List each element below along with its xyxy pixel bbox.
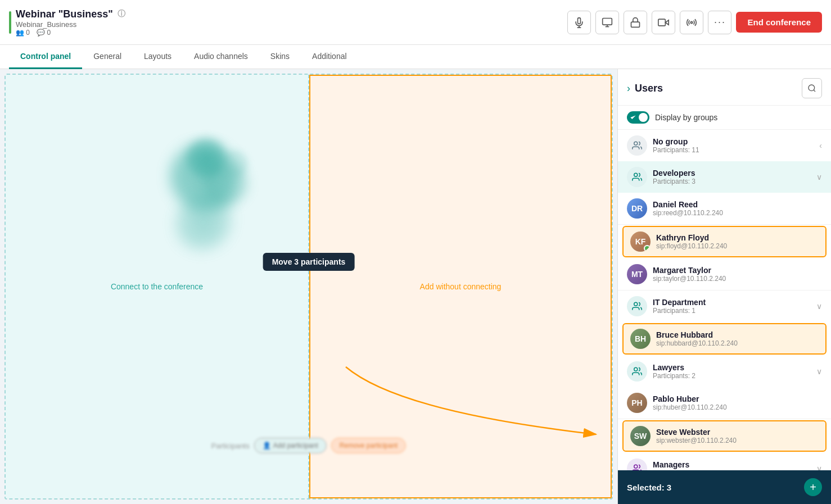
- group-lawyers[interactable]: Lawyers Participants: 2 ∨: [618, 356, 831, 387]
- no-group-chevron: ‹: [819, 141, 822, 150]
- display-by-groups-toggle[interactable]: [627, 111, 649, 124]
- search-button[interactable]: [802, 78, 822, 98]
- svg-point-16: [634, 367, 638, 371]
- avatar-steve: SW: [630, 426, 651, 446]
- participants-stat: 👥 0: [16, 29, 30, 37]
- managers-chevron: ∨: [816, 464, 822, 470]
- managers-info: Managers Participants: 1: [653, 460, 811, 470]
- user-pablo-huber[interactable]: PH Pablo Huber sip:huber@10.110.2.240: [618, 387, 831, 419]
- it-department-info: IT Department Participants: 1: [653, 298, 811, 315]
- svg-rect-3: [603, 18, 612, 25]
- managers-icon: [627, 458, 647, 470]
- header-left: Webinar "Business" ⓘ Webinar_Business 👥 …: [9, 8, 125, 37]
- header-toolbar: ··· End conference: [567, 11, 822, 34]
- tab-additional[interactable]: Additional: [301, 45, 358, 69]
- title-text: Webinar "Business": [16, 8, 113, 20]
- user-kathryn-floyd[interactable]: KF Kathryn Floyd sip:floyd@10.110.2.240: [622, 226, 827, 257]
- main-content: Connect to the conference Add without co…: [0, 69, 831, 504]
- avatar-pablo: PH: [627, 393, 647, 413]
- svg-rect-8: [658, 19, 666, 26]
- move-participants-tooltip: Move 3 participants: [263, 253, 355, 271]
- display-by-groups-label: Display by groups: [655, 113, 717, 122]
- svg-marker-7: [666, 20, 669, 24]
- messages-stat: 💬 0: [37, 29, 51, 37]
- user-info-steve: Steve Webster sip:webster@10.110.2.240: [656, 428, 819, 444]
- users-panel: › Users Display by groups: [617, 69, 831, 504]
- user-margaret-taylor[interactable]: MT Margaret Taylor sip:taylor@10.110.2.2…: [618, 258, 831, 290]
- svg-point-15: [634, 302, 638, 306]
- group-developers[interactable]: Developers Participants: 3 ∨: [618, 161, 831, 193]
- it-department-icon: [627, 296, 647, 316]
- tab-skins[interactable]: Skins: [259, 45, 301, 69]
- status-bar: [9, 11, 11, 34]
- user-info-margaret: Margaret Taylor sip:taylor@10.110.2.240: [653, 266, 822, 283]
- blurred-label: Participants: [211, 442, 250, 450]
- tab-audio-channels[interactable]: Audio channels: [183, 45, 259, 69]
- it-department-chevron: ∨: [816, 302, 822, 311]
- developers-chevron: ∨: [816, 172, 822, 181]
- group-no-group[interactable]: No group Participants: 11 ‹: [618, 130, 831, 161]
- teal-figure: [142, 138, 288, 262]
- svg-point-11: [809, 85, 815, 91]
- developers-info: Developers Participants: 3: [653, 169, 811, 185]
- avatar-bruce: BH: [630, 329, 651, 349]
- user-info-daniel: Daniel Reed sip:reed@10.110.2.240: [653, 200, 822, 217]
- info-icon[interactable]: ⓘ: [118, 9, 125, 19]
- tab-layouts[interactable]: Layouts: [133, 45, 183, 69]
- remove-participant-btn: Remove participant: [331, 438, 406, 453]
- more-button[interactable]: ···: [708, 11, 731, 34]
- panel-header: › Users: [618, 69, 831, 106]
- avatar-daniel: DR: [627, 198, 647, 219]
- no-group-icon: [627, 135, 647, 156]
- tab-control-panel[interactable]: Control panel: [9, 45, 82, 69]
- no-group-info: No group Participants: 11: [653, 137, 814, 154]
- user-info-bruce: Bruce Hubbard sip:hubbard@10.110.2.240: [656, 330, 819, 347]
- lawyers-chevron: ∨: [816, 367, 822, 376]
- webinar-title: Webinar "Business" ⓘ: [16, 8, 125, 20]
- user-list: No group Participants: 11 ‹ Developers: [618, 130, 831, 470]
- app-header: Webinar "Business" ⓘ Webinar_Business 👥 …: [0, 0, 831, 45]
- lawyers-icon: [627, 361, 647, 382]
- user-info-pablo: Pablo Huber sip:huber@10.110.2.240: [653, 394, 822, 411]
- svg-point-13: [634, 142, 638, 145]
- connect-text[interactable]: Connect to the conference: [111, 282, 203, 291]
- add-selected-button[interactable]: +: [804, 478, 822, 496]
- canvas-area: Connect to the conference Add without co…: [4, 74, 613, 500]
- avatar-margaret: MT: [627, 264, 647, 284]
- add-without-text[interactable]: Add without connecting: [420, 282, 502, 291]
- expand-icon[interactable]: ›: [627, 83, 630, 94]
- user-steve-webster[interactable]: SW Steve Webster sip:webster@10.110.2.24…: [622, 420, 827, 452]
- svg-point-14: [634, 173, 638, 176]
- svg-point-17: [634, 465, 638, 468]
- lock-button[interactable]: [624, 11, 647, 34]
- svg-rect-6: [631, 22, 640, 27]
- user-daniel-reed[interactable]: DR Daniel Reed sip:reed@10.110.2.240: [618, 193, 831, 225]
- user-info-kathryn: Kathryn Floyd sip:floyd@10.110.2.240: [656, 233, 819, 250]
- lawyers-info: Lawyers Participants: 2: [653, 363, 811, 380]
- group-managers[interactable]: Managers Participants: 1 ∨: [618, 453, 831, 470]
- svg-point-9: [691, 21, 693, 23]
- canvas-bottom-buttons: Participants 👤Add participant Remove par…: [211, 438, 406, 453]
- add-participant-btn: 👤Add participant: [254, 438, 327, 453]
- webinar-subtitle: Webinar_Business: [16, 20, 125, 29]
- svg-line-12: [814, 90, 815, 92]
- avatar-kathryn: KF: [630, 231, 651, 252]
- selected-count: Selected: 3: [627, 483, 671, 492]
- panel-title: Users: [635, 83, 663, 94]
- end-conference-button[interactable]: End conference: [736, 12, 822, 33]
- tab-general[interactable]: General: [82, 45, 133, 69]
- broadcast-button[interactable]: [680, 11, 703, 34]
- panel-title-row: › Users: [627, 83, 663, 94]
- screen-button[interactable]: [595, 11, 619, 34]
- mic-button[interactable]: [567, 11, 591, 34]
- canvas-right[interactable]: Add without connecting: [309, 75, 612, 498]
- tab-bar: Control panel General Layouts Audio chan…: [0, 45, 831, 69]
- panel-bottom-bar: Selected: 3 +: [618, 470, 831, 504]
- developers-icon: [627, 167, 647, 187]
- display-by-groups-row: Display by groups: [618, 106, 831, 130]
- camera-button[interactable]: [652, 11, 675, 34]
- user-bruce-hubbard[interactable]: BH Bruce Hubbard sip:hubbard@10.110.2.24…: [622, 323, 827, 355]
- group-it-department[interactable]: IT Department Participants: 1 ∨: [618, 290, 831, 322]
- canvas-left[interactable]: Connect to the conference: [6, 75, 309, 498]
- header-stats: 👥 0 💬 0: [16, 29, 125, 37]
